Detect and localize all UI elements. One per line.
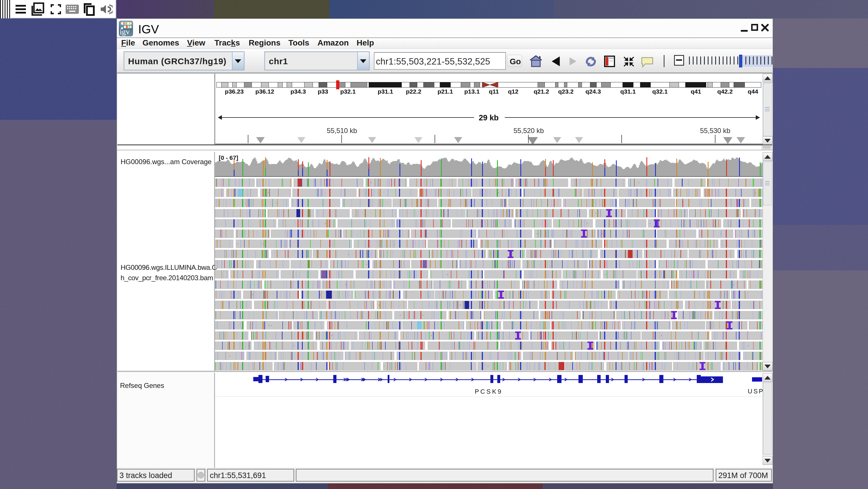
svg-text:PCSK9: PCSK9: [474, 388, 502, 395]
svg-text:igv: igv: [120, 27, 130, 36]
svg-text:USP2: USP2: [748, 387, 763, 395]
svg-text:[0 - 67]: [0 - 67]: [219, 154, 238, 161]
